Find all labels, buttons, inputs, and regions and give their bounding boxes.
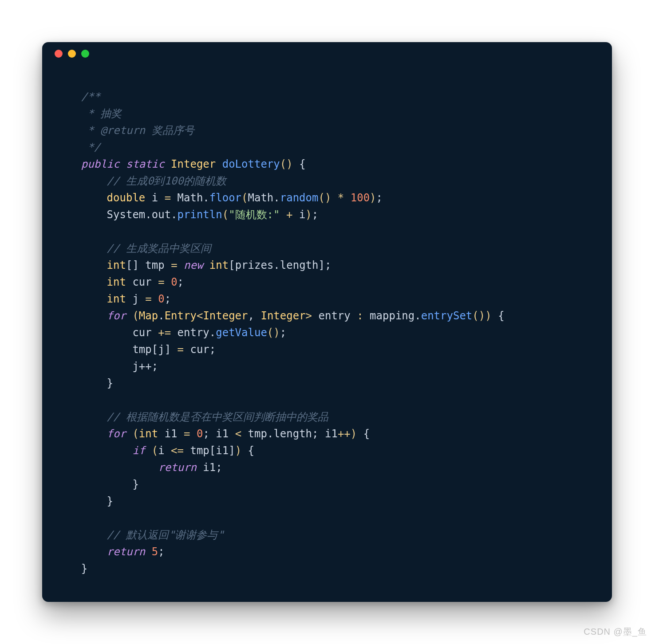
code-line: int[] tmp = new int[prizes.length]; xyxy=(55,259,331,271)
code-line: } xyxy=(55,562,87,575)
code-line: j++; xyxy=(55,360,158,373)
code-line: // 生成奖品中奖区间 xyxy=(55,242,211,255)
code-line: for (Map.Entry<Integer, Integer> entry :… xyxy=(55,310,505,322)
maximize-icon[interactable] xyxy=(81,50,89,58)
code-line: cur += entry.getValue(); xyxy=(55,326,286,339)
comment: // 生成0到100的随机数 xyxy=(107,175,226,187)
comment: * 抽奖 xyxy=(81,107,122,120)
code-line: } xyxy=(55,495,113,507)
comment: // 根据随机数是否在中奖区间判断抽中的奖品 xyxy=(107,411,328,423)
code-line: public static Integer doLottery() { xyxy=(55,158,306,170)
code-line: if (i <= tmp[i1]) { xyxy=(55,444,254,457)
kw-static: static xyxy=(126,158,165,170)
code-line: double i = Math.floor(Math.random() * 10… xyxy=(55,192,383,204)
type: Integer xyxy=(171,158,216,170)
code-line: int cur = 0; xyxy=(55,276,184,288)
type: double xyxy=(107,192,146,204)
code-line: * @return 奖品序号 xyxy=(55,124,194,137)
code-line: return 5; xyxy=(55,546,165,558)
code-line: return i1; xyxy=(55,461,222,474)
code-line: tmp[j] = cur; xyxy=(55,343,216,356)
comment: // 默认返回"谢谢参与" xyxy=(107,529,224,541)
code-line: /** xyxy=(55,90,100,103)
minimize-icon[interactable] xyxy=(68,50,76,58)
code-line: } xyxy=(55,478,139,491)
code-line: for (int i1 = 0; i1 < tmp.length; i1++) … xyxy=(55,428,370,440)
kw-public: public xyxy=(81,158,120,170)
code-line: System.out.println("随机数:" + i); xyxy=(55,208,318,221)
code-line: // 生成0到100的随机数 xyxy=(55,175,226,187)
code-line: */ xyxy=(55,141,100,153)
comment: /** xyxy=(81,90,100,103)
close-icon[interactable] xyxy=(55,50,63,58)
code-line: * 抽奖 xyxy=(55,107,122,120)
watermark: CSDN @墨_鱼 xyxy=(584,626,647,638)
comment: */ xyxy=(81,141,100,153)
comment: // 生成奖品中奖区间 xyxy=(107,242,211,255)
string-literal: "随机数:" xyxy=(229,208,280,221)
type: int xyxy=(107,259,126,271)
window-titlebar xyxy=(42,42,612,65)
code-block: /** * 抽奖 * @return 奖品序号 */ public static… xyxy=(42,65,612,590)
code-line: // 根据随机数是否在中奖区间判断抽中的奖品 xyxy=(55,411,328,423)
code-line: } xyxy=(55,377,113,389)
comment: * @return 奖品序号 xyxy=(81,124,194,137)
code-window: /** * 抽奖 * @return 奖品序号 */ public static… xyxy=(42,42,612,602)
fn-name: doLottery xyxy=(222,158,280,170)
code-line: int j = 0; xyxy=(55,293,171,305)
code-line: // 默认返回"谢谢参与" xyxy=(55,529,224,541)
